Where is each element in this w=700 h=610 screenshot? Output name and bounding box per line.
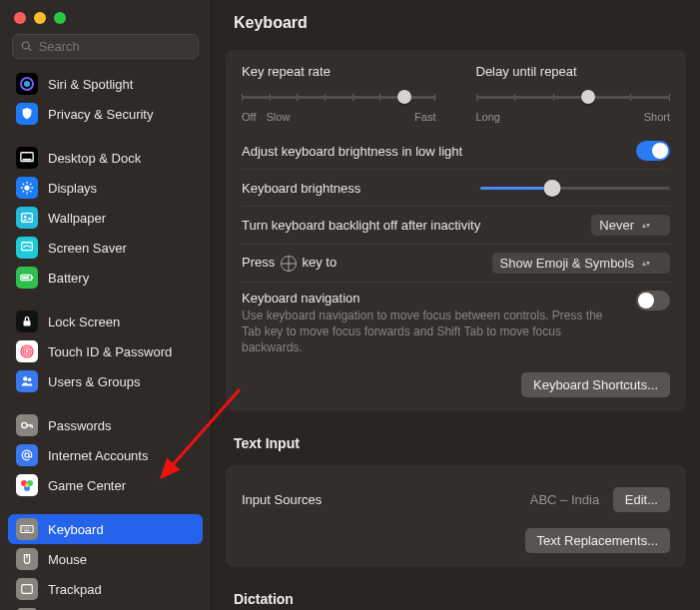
trackpad-icon: [16, 578, 38, 600]
users-icon: [16, 370, 38, 392]
main-content: Keyboard Key repeat rate Off Slow Fast: [212, 0, 700, 610]
sidebar-item-passwords[interactable]: Passwords: [8, 410, 203, 440]
input-sources-value: ABC – India: [530, 492, 599, 507]
keyboard-nav-desc: Use keyboard navigation to move focus be…: [242, 307, 620, 356]
sidebar: Siri & SpotlightPrivacy & SecurityDeskto…: [0, 0, 212, 610]
delay-slider[interactable]: [476, 87, 671, 107]
sidebar-item-battery[interactable]: Battery: [8, 263, 203, 293]
sidebar-item-privacy-security[interactable]: Privacy & Security: [8, 99, 203, 129]
sidebar-item-keyboard[interactable]: Keyboard: [8, 514, 203, 544]
keyboard-nav-toggle[interactable]: [636, 291, 670, 310]
sidebar-item-label: Screen Saver: [48, 241, 127, 256]
at-icon: [16, 444, 38, 466]
brightness-slider[interactable]: [480, 178, 670, 198]
key-repeat-max-label: Fast: [414, 111, 435, 123]
sidebar-item-label: Siri & Spotlight: [48, 77, 133, 92]
delay-min-label: Long: [476, 111, 500, 123]
page-title: Keyboard: [212, 0, 700, 42]
sidebar-nav: Siri & SpotlightPrivacy & SecurityDeskto…: [0, 69, 211, 610]
chevron-updown-icon: ▴▾: [642, 261, 650, 266]
sidebar-item-users-groups[interactable]: Users & Groups: [8, 366, 203, 396]
svg-point-16: [28, 378, 32, 382]
sidebar-item-label: Battery: [48, 271, 89, 286]
text-replacements-button[interactable]: Text Replacements...: [525, 528, 670, 553]
chevron-updown-icon: ▴▾: [642, 223, 650, 228]
sidebar-item-printers-scanners[interactable]: Printers & Scanners: [8, 604, 203, 610]
input-sources-edit-button[interactable]: Edit...: [613, 487, 670, 512]
brightness-label: Keyboard brightness: [242, 181, 360, 196]
svg-rect-9: [32, 277, 33, 280]
svg-point-18: [25, 453, 29, 457]
search-input[interactable]: [39, 39, 190, 54]
press-key-select[interactable]: Show Emoji & Symbols ▴▾: [492, 253, 670, 274]
sidebar-item-desktop-dock[interactable]: Desktop & Dock: [8, 143, 203, 173]
close-window-button[interactable]: [14, 12, 26, 24]
svg-rect-7: [22, 243, 33, 251]
key-repeat-label: Key repeat rate: [242, 64, 436, 79]
sidebar-item-label: Game Center: [48, 478, 126, 493]
wallpaper-icon: [16, 207, 38, 229]
sidebar-item-label: Users & Groups: [48, 374, 140, 389]
hand-icon: [16, 103, 38, 125]
sidebar-item-label: Privacy & Security: [48, 107, 153, 122]
text-input-title: Text Input: [212, 425, 700, 457]
delay-label: Delay until repeat: [476, 64, 671, 79]
svg-point-13: [23, 347, 31, 355]
svg-point-17: [22, 422, 27, 427]
sidebar-item-lock-screen[interactable]: Lock Screen: [8, 306, 203, 336]
keyboard-icon: [16, 518, 38, 540]
svg-point-4: [24, 185, 29, 190]
globe-icon: [281, 256, 297, 272]
fullscreen-window-button[interactable]: [54, 12, 66, 24]
key-repeat-off-label: Off: [242, 111, 256, 123]
sidebar-item-siri-spotlight[interactable]: Siri & Spotlight: [8, 69, 203, 99]
brightness-auto-toggle[interactable]: [636, 141, 670, 161]
touchid-icon: [16, 340, 38, 362]
svg-rect-11: [24, 320, 31, 325]
sidebar-item-label: Passwords: [48, 418, 112, 433]
delay-max-label: Short: [644, 111, 670, 123]
siri-icon: [16, 73, 38, 95]
minimize-window-button[interactable]: [34, 12, 46, 24]
brightness-auto-label: Adjust keyboard brightness in low light: [242, 144, 462, 159]
keyboard-shortcuts-button[interactable]: Keyboard Shortcuts...: [521, 372, 670, 397]
battery-icon: [16, 267, 38, 289]
sidebar-item-mouse[interactable]: Mouse: [8, 544, 203, 574]
sidebar-item-label: Keyboard: [48, 522, 104, 537]
lock-icon: [16, 310, 38, 332]
svg-point-6: [24, 216, 27, 219]
mouse-icon: [16, 548, 38, 570]
sidebar-item-trackpad[interactable]: Trackpad: [8, 574, 203, 604]
key-icon: [16, 414, 38, 436]
sidebar-item-touch-id-password[interactable]: Touch ID & Password: [8, 336, 203, 366]
press-key-label: Press key to: [242, 255, 337, 272]
sidebar-item-screen-saver[interactable]: Screen Saver: [8, 233, 203, 263]
window-controls: [0, 0, 211, 32]
sidebar-item-game-center[interactable]: Game Center: [8, 470, 203, 500]
svg-point-15: [23, 376, 27, 380]
sidebar-item-label: Desktop & Dock: [48, 151, 141, 166]
svg-rect-10: [22, 277, 29, 280]
sidebar-item-internet-accounts[interactable]: Internet Accounts: [8, 440, 203, 470]
sidebar-item-label: Internet Accounts: [48, 448, 148, 463]
sidebar-item-label: Wallpaper: [48, 211, 106, 226]
svg-point-22: [25, 483, 29, 487]
backlight-off-select[interactable]: Never ▴▾: [591, 215, 670, 236]
sidebar-item-wallpaper[interactable]: Wallpaper: [8, 203, 203, 233]
svg-rect-3: [23, 159, 32, 161]
svg-point-14: [25, 349, 29, 353]
display-icon: [16, 177, 38, 199]
sidebar-item-label: Trackpad: [48, 582, 102, 597]
screensaver-icon: [16, 237, 38, 259]
sidebar-item-label: Displays: [48, 181, 97, 196]
svg-rect-24: [22, 585, 33, 594]
dictation-title: Dictation: [212, 581, 700, 610]
search-field[interactable]: [12, 34, 199, 59]
svg-point-1: [24, 81, 30, 87]
text-input-panel: Input Sources ABC – India Edit... Text R…: [226, 465, 686, 567]
keyboard-panel: Key repeat rate Off Slow Fast Delay unti…: [226, 50, 686, 411]
sidebar-item-label: Lock Screen: [48, 314, 120, 329]
sidebar-item-displays[interactable]: Displays: [8, 173, 203, 203]
key-repeat-min-label: Slow: [266, 111, 290, 123]
key-repeat-slider[interactable]: [242, 87, 436, 107]
